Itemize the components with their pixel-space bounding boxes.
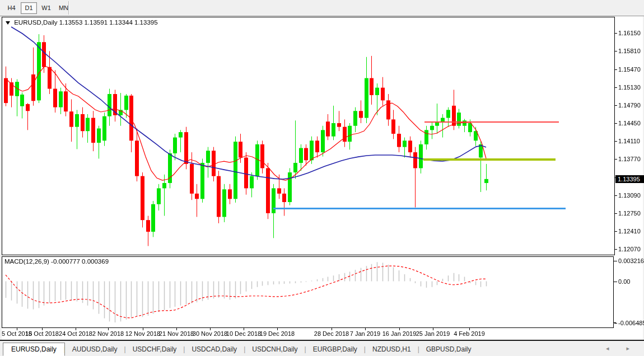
tab-usdcad-daily[interactable]: USDCAD,Daily <box>184 343 245 355</box>
price-axis-label: 1.14110 <box>618 138 640 144</box>
date-axis-label: 21 Nov 2018 <box>159 330 194 337</box>
date-axis-label: 24 Oct 2018 <box>59 330 92 337</box>
tab-eurusd-daily[interactable]: EURUSD,Daily <box>3 343 65 356</box>
symbol-header: EURUSD,Daily 1.13553 1.13591 1.13344 1.1… <box>6 19 158 26</box>
mt4-chart-window: H4D1W1MN EURUSD,Daily 1.13553 1.13591 1.… <box>0 0 644 356</box>
macd-indicator-label: MACD(12,26,9) -0.000777 0.000369 <box>4 258 109 265</box>
price-axis-label: 1.14450 <box>618 120 641 127</box>
date-axis-label: 30 Nov 2018 <box>193 330 227 337</box>
chevron-down-icon <box>6 21 10 25</box>
tab-gbpusd-daily[interactable]: GBPUSD,Daily <box>418 343 479 355</box>
chart-canvas[interactable] <box>0 0 644 340</box>
current-price-tag: 1.13395 <box>615 175 644 183</box>
tab-nzdusd-h1[interactable]: NZDUSD,H1 <box>365 343 419 355</box>
tab-audusd-daily[interactable]: AUDUSD,Daily <box>64 343 125 355</box>
date-axis-label: 10 Dec 2018 <box>226 330 261 337</box>
price-axis-label: 1.15470 <box>618 66 641 73</box>
date-axis-label: 7 Jan 2019 <box>350 330 380 337</box>
tab-eurgbp-daily[interactable]: EURGBP,Daily <box>305 343 365 355</box>
price-axis-label: 1.14790 <box>618 102 641 109</box>
tab-usdchf-daily[interactable]: USDCHF,Daily <box>125 343 185 355</box>
tab-usdcnh-daily[interactable]: USDCNH,Daily <box>244 343 305 355</box>
symbol-ohlc-text: EURUSD,Daily 1.13553 1.13591 1.13344 1.1… <box>14 19 157 26</box>
price-axis-label: 1.15130 <box>618 84 641 91</box>
price-axis-label: 1.13770 <box>618 156 641 162</box>
date-axis-label: 19 Dec 2018 <box>260 330 295 337</box>
date-axis-label: 12 Nov 2018 <box>125 330 160 337</box>
chart-tab-bar: EURUSD,Daily|AUDUSD,Daily|USDCHF,Daily|U… <box>0 340 644 356</box>
date-axis-label: 4 Feb 2019 <box>454 330 485 337</box>
tab-scroll-arrows[interactable]: ◂ ▸ <box>606 345 637 352</box>
date-axis-label: 15 Oct 2018 <box>25 330 59 337</box>
macd-axis-label: -0.006485 <box>618 320 644 326</box>
date-axis-label: 2 Nov 2018 <box>92 330 124 337</box>
price-axis-label: 1.16150 <box>618 30 641 36</box>
price-axis-label: 1.12070 <box>618 246 641 252</box>
date-axis-label: 25 Jan 2019 <box>416 330 450 337</box>
price-axis-label: 1.15810 <box>618 48 641 54</box>
price-axis-label: 1.13090 <box>618 192 641 199</box>
price-axis-label: 1.12750 <box>618 210 641 217</box>
macd-axis-label: 0.00 <box>618 278 630 285</box>
date-axis-label: 28 Dec 2018 <box>314 330 349 337</box>
date-axis-label: 16 Jan 2019 <box>382 330 417 337</box>
chart-tabs: EURUSD,Daily|AUDUSD,Daily|USDCHF,Daily|U… <box>3 341 479 356</box>
price-axis-label: 1.12410 <box>618 228 641 235</box>
macd-axis-label: 0.003216 <box>618 257 644 264</box>
